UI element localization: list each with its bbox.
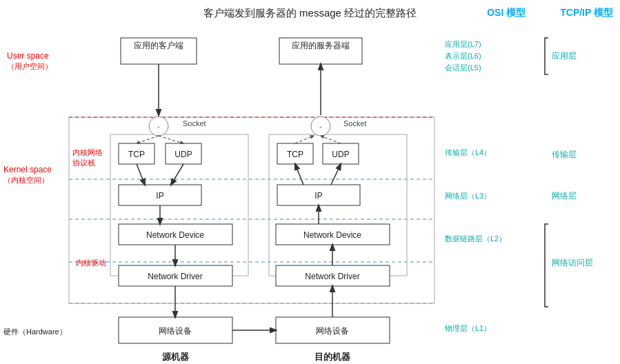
- svg-line-46: [137, 164, 145, 185]
- svg-line-44: [137, 136, 159, 143]
- svg-text:UDP: UDP: [332, 150, 349, 159]
- svg-text:物理层（L1）: 物理层（L1）: [445, 324, 491, 332]
- svg-text:（用户空间）: （用户空间）: [7, 62, 52, 70]
- svg-text:User space: User space: [7, 51, 49, 61]
- model-headers: OSI 模型 TCP/IP 模型: [487, 7, 613, 19]
- svg-text:表示层(L6): 表示层(L6): [445, 52, 481, 60]
- svg-text:网络设备: 网络设备: [316, 326, 349, 336]
- svg-text:-: -: [319, 123, 321, 130]
- svg-text:硬件（Hardware）: 硬件（Hardware）: [3, 327, 67, 336]
- svg-text:网络设备: 网络设备: [159, 326, 192, 336]
- svg-text:TCP: TCP: [128, 150, 145, 159]
- main-container: 客户端发到服务器的 message 经过的完整路径 OSI 模型 TCP/IP …: [0, 0, 620, 364]
- svg-text:应用的服务器端: 应用的服务器端: [292, 41, 350, 50]
- diagram-svg: 应用的客户端 应用的服务器端 - Socket - Socket TCP UDP…: [0, 28, 620, 364]
- svg-text:源机器: 源机器: [162, 352, 190, 362]
- svg-line-56: [331, 164, 341, 185]
- svg-text:Network Driver: Network Driver: [305, 272, 359, 281]
- svg-text:IP: IP: [314, 191, 322, 201]
- svg-text:IP: IP: [156, 191, 163, 201]
- svg-text:目的机器: 目的机器: [314, 352, 351, 362]
- svg-text:应用层: 应用层: [552, 51, 577, 61]
- svg-text:TCP: TCP: [287, 150, 303, 159]
- svg-text:会话层(L5): 会话层(L5): [445, 63, 481, 72]
- svg-text:（内核空间）: （内核空间）: [3, 176, 49, 184]
- svg-line-58: [321, 136, 341, 143]
- svg-text:数据链路层（L2）: 数据链路层（L2）: [445, 234, 506, 243]
- svg-text:Network Driver: Network Driver: [148, 272, 202, 281]
- svg-line-55: [295, 164, 303, 185]
- osi-header: OSI 模型: [487, 7, 526, 19]
- svg-text:Socket: Socket: [183, 119, 206, 128]
- tcpip-header: TCP/IP 模型: [560, 7, 613, 19]
- svg-text:应用的客户端: 应用的客户端: [134, 41, 183, 50]
- svg-text:网络访问层: 网络访问层: [552, 258, 593, 267]
- svg-text:-: -: [157, 123, 159, 130]
- svg-text:网络层: 网络层: [552, 191, 577, 201]
- svg-line-47: [171, 164, 183, 185]
- svg-text:Network Device: Network Device: [303, 230, 361, 240]
- svg-text:传输层: 传输层: [552, 150, 577, 159]
- svg-line-45: [159, 136, 183, 143]
- svg-text:内核驱动: 内核驱动: [76, 259, 106, 267]
- svg-text:Network Device: Network Device: [146, 230, 204, 240]
- svg-text:应用层(L7): 应用层(L7): [445, 40, 481, 48]
- svg-text:Socket: Socket: [343, 119, 367, 128]
- svg-text:Kernel space: Kernel space: [3, 165, 52, 174]
- svg-text:内核网络: 内核网络: [72, 148, 103, 156]
- svg-text:协议栈: 协议栈: [72, 159, 95, 167]
- svg-text:网络层（L3）: 网络层（L3）: [445, 192, 491, 200]
- svg-line-57: [295, 136, 314, 143]
- svg-text:UDP: UDP: [174, 150, 192, 159]
- svg-text:传输层（L4）: 传输层（L4）: [445, 148, 491, 156]
